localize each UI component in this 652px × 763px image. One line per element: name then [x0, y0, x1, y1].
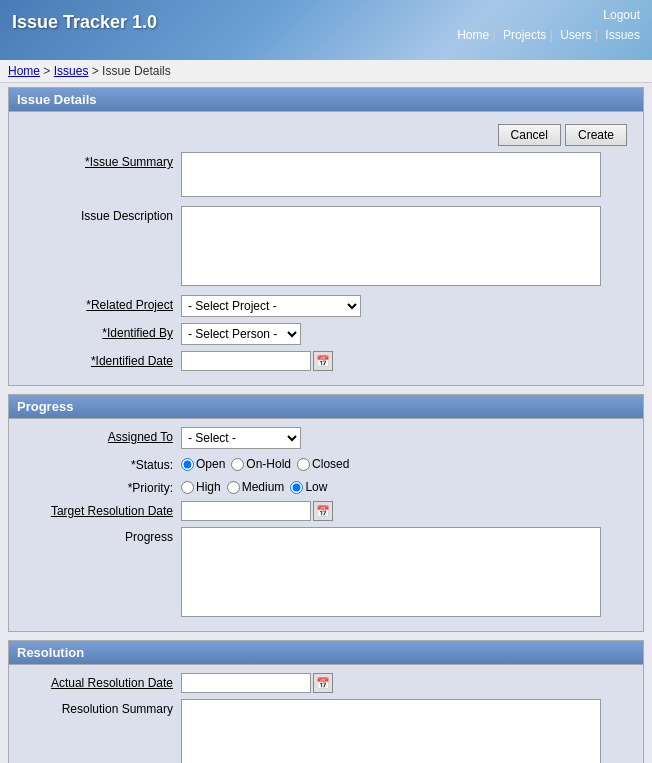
issue-summary-row: *Issue Summary — [21, 152, 631, 200]
issue-details-title: Issue Details — [17, 92, 97, 107]
identified-by-select[interactable]: - Select Person - — [181, 323, 301, 345]
resolution-header: Resolution — [9, 641, 643, 665]
status-open-item: Open — [181, 457, 225, 471]
priority-high-label: High — [196, 480, 221, 494]
priority-medium-label: Medium — [242, 480, 285, 494]
priority-medium-item: Medium — [227, 480, 285, 494]
nav-issues[interactable]: Issues — [605, 28, 640, 42]
actual-resolution-date-row: Actual Resolution Date 📅 — [21, 673, 631, 693]
create-button[interactable]: Create — [565, 124, 627, 146]
header: Issue Tracker 1.0 Logout Home | Projects… — [0, 0, 652, 60]
nav-home[interactable]: Home — [457, 28, 489, 42]
issue-description-label-text: Issue Description — [81, 209, 173, 223]
progress-textarea-label-text: Progress — [125, 530, 173, 544]
app-title: Issue Tracker 1.0 — [12, 12, 157, 33]
status-label-text: *Status: — [131, 458, 173, 472]
priority-high-item: High — [181, 480, 221, 494]
identified-date-calendar-icon[interactable]: 📅 — [313, 351, 333, 371]
resolution-summary-label-text: Resolution Summary — [62, 702, 173, 716]
assigned-to-select[interactable]: - Select - — [181, 427, 301, 449]
actual-resolution-date-label-text: Actual Resolution Date — [51, 676, 173, 690]
action-bar: Cancel Create — [21, 120, 631, 152]
breadcrumb-home[interactable]: Home — [8, 64, 40, 78]
resolution-title: Resolution — [17, 645, 84, 660]
target-resolution-date-row: Target Resolution Date 📅 — [21, 501, 631, 521]
status-label: *Status: — [21, 455, 181, 472]
priority-label: *Priority: — [21, 478, 181, 495]
status-radio-group: Open On-Hold Closed — [181, 455, 349, 471]
priority-label-text: *Priority: — [128, 481, 173, 495]
status-open-radio[interactable] — [181, 458, 194, 471]
priority-high-radio[interactable] — [181, 481, 194, 494]
nav-projects[interactable]: Projects — [503, 28, 546, 42]
related-project-row: *Related Project - Select Project - — [21, 295, 631, 317]
resolution-panel: Resolution Actual Resolution Date 📅 Reso… — [8, 640, 644, 763]
priority-radio-group: High Medium Low — [181, 478, 327, 494]
identified-date-input[interactable] — [181, 351, 311, 371]
target-resolution-date-label: Target Resolution Date — [21, 501, 181, 518]
breadcrumb-current: Issue Details — [102, 64, 171, 78]
related-project-label: *Related Project — [21, 295, 181, 312]
progress-body: Assigned To - Select - *Status: Open — [9, 419, 643, 631]
issue-description-input[interactable] — [181, 206, 601, 286]
cancel-button[interactable]: Cancel — [498, 124, 561, 146]
status-row: *Status: Open On-Hold Closed — [21, 455, 631, 472]
breadcrumb-sep-2: > — [92, 64, 102, 78]
progress-textarea-label: Progress — [21, 527, 181, 544]
status-open-label: Open — [196, 457, 225, 471]
actual-resolution-date-calendar-icon[interactable]: 📅 — [313, 673, 333, 693]
target-resolution-date-calendar-icon[interactable]: 📅 — [313, 501, 333, 521]
breadcrumb-issues[interactable]: Issues — [54, 64, 89, 78]
related-project-label-text: *Related Project — [86, 298, 173, 312]
identified-by-row: *Identified By - Select Person - — [21, 323, 631, 345]
actual-resolution-date-label: Actual Resolution Date — [21, 673, 181, 690]
status-onhold-radio[interactable] — [231, 458, 244, 471]
progress-textarea[interactable] — [181, 527, 601, 617]
issue-summary-label: *Issue Summary — [21, 152, 181, 169]
identified-date-row: *Identified Date 📅 — [21, 351, 631, 371]
issue-summary-input[interactable] — [181, 152, 601, 197]
progress-header: Progress — [9, 395, 643, 419]
issue-details-body: Cancel Create *Issue Summary Issue Descr… — [9, 112, 643, 385]
target-resolution-date-input[interactable] — [181, 501, 311, 521]
identified-by-label-text: *Identified By — [102, 326, 173, 340]
priority-low-item: Low — [290, 480, 327, 494]
issue-summary-wrap — [181, 152, 601, 200]
priority-row: *Priority: High Medium Low — [21, 478, 631, 495]
priority-medium-radio[interactable] — [227, 481, 240, 494]
related-project-select[interactable]: - Select Project - — [181, 295, 361, 317]
issue-details-panel: Issue Details Cancel Create *Issue Summa… — [8, 87, 644, 386]
header-right: Logout Home | Projects | Users | Issues — [453, 8, 640, 42]
status-closed-radio[interactable] — [297, 458, 310, 471]
issue-description-wrap — [181, 206, 601, 289]
resolution-summary-row: Resolution Summary — [21, 699, 631, 763]
status-closed-label: Closed — [312, 457, 349, 471]
status-onhold-item: On-Hold — [231, 457, 291, 471]
identified-date-label-text: *Identified Date — [91, 354, 173, 368]
nav-sep-1: | — [493, 28, 499, 42]
assigned-to-label-text: Assigned To — [108, 430, 173, 444]
main-content: Issue Details Cancel Create *Issue Summa… — [0, 83, 652, 763]
resolution-body: Actual Resolution Date 📅 Resolution Summ… — [9, 665, 643, 763]
breadcrumb-sep-1: > — [43, 64, 53, 78]
progress-textarea-row: Progress — [21, 527, 631, 617]
nav-links: Home | Projects | Users | Issues — [453, 28, 640, 42]
progress-title: Progress — [17, 399, 73, 414]
priority-low-radio[interactable] — [290, 481, 303, 494]
priority-low-label: Low — [305, 480, 327, 494]
actual-resolution-date-input[interactable] — [181, 673, 311, 693]
issue-description-label: Issue Description — [21, 206, 181, 223]
logout-link[interactable]: Logout — [453, 8, 640, 22]
identified-date-label: *Identified Date — [21, 351, 181, 368]
issue-details-header: Issue Details — [9, 88, 643, 112]
nav-sep-2: | — [550, 28, 556, 42]
progress-panel: Progress Assigned To - Select - *Status: — [8, 394, 644, 632]
status-onhold-label: On-Hold — [246, 457, 291, 471]
target-resolution-date-label-text: Target Resolution Date — [51, 504, 173, 518]
breadcrumb: Home > Issues > Issue Details — [0, 60, 652, 83]
resolution-summary-textarea[interactable] — [181, 699, 601, 763]
issue-description-row: Issue Description — [21, 206, 631, 289]
nav-users[interactable]: Users — [560, 28, 591, 42]
resolution-summary-label: Resolution Summary — [21, 699, 181, 716]
assigned-to-label: Assigned To — [21, 427, 181, 444]
